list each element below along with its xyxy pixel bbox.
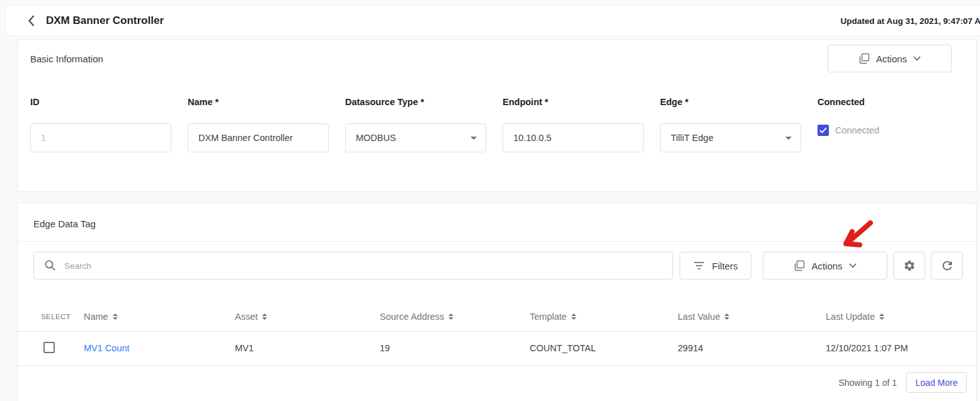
row-last-value: 29914 xyxy=(678,343,826,353)
connected-checkbox-row: Connected xyxy=(818,125,879,136)
connected-checkbox[interactable] xyxy=(818,125,829,136)
red-annotation-arrow xyxy=(838,218,877,254)
sort-icon xyxy=(113,313,118,320)
gear-icon xyxy=(903,259,916,272)
load-more-button[interactable]: Load More xyxy=(906,372,967,393)
table-settings-button[interactable] xyxy=(893,252,925,280)
basic-information-title: Basic Information xyxy=(30,54,103,64)
search-input[interactable] xyxy=(63,252,673,280)
column-header-template[interactable]: Template xyxy=(530,312,678,322)
edge-select[interactable]: TilliT Edge xyxy=(660,123,801,152)
sort-icon xyxy=(262,313,267,320)
datasource-type-select[interactable]: MODBUS xyxy=(345,123,486,152)
table-row: MV1 Count MV1 19 COUNT_TOTAL 29914 12/10… xyxy=(18,331,976,365)
sort-icon xyxy=(571,313,576,320)
edge-label: Edge * xyxy=(660,97,688,107)
copy-icon xyxy=(794,260,805,271)
sort-icon xyxy=(448,313,453,320)
row-source-address: 19 xyxy=(380,343,530,353)
id-field[interactable] xyxy=(30,123,171,152)
endpoint-label: Endpoint * xyxy=(503,97,549,107)
chevron-down-icon xyxy=(849,263,857,268)
showing-count-text: Showing 1 of 1 xyxy=(838,378,897,388)
checkmark-icon xyxy=(819,127,827,133)
table-actions-button[interactable]: Actions xyxy=(763,252,887,280)
edge-data-tag-title: Edge Data Tag xyxy=(33,218,96,229)
row-name-link[interactable]: MV1 Count xyxy=(84,343,235,353)
connected-checkbox-label: Connected xyxy=(835,125,879,135)
table-header-row: SELECT Name Asset Source Address Templat… xyxy=(18,302,976,331)
id-field-label-wrap: ID xyxy=(30,97,40,107)
name-label: Name * xyxy=(188,97,219,107)
row-asset: MV1 xyxy=(235,343,380,353)
edge-value: TilliT Edge xyxy=(671,133,714,143)
column-header-name[interactable]: Name xyxy=(84,312,235,322)
basic-information-card: Basic Information Actions ID Name * Data… xyxy=(17,39,977,192)
column-header-asset[interactable]: Asset xyxy=(235,312,380,322)
table-actions-button-label: Actions xyxy=(811,261,842,271)
row-last-update: 12/10/2021 1:07 PM xyxy=(826,343,976,353)
datasource-type-label: Datasource Type * xyxy=(345,97,424,107)
updated-at-text: Updated at Aug 31, 2021, 9:47:07 A xyxy=(840,16,980,26)
sort-icon xyxy=(724,313,729,320)
edge-data-tag-card: Edge Data Tag Filters Actions xyxy=(17,203,977,401)
chevron-down-icon xyxy=(913,56,921,61)
page-title: DXM Banner Controller xyxy=(46,14,164,27)
refresh-icon xyxy=(940,259,954,273)
sort-icon xyxy=(879,313,884,320)
row-select-checkbox[interactable] xyxy=(43,342,55,353)
datasource-type-label-wrap: Datasource Type * xyxy=(345,97,424,107)
filter-list-icon xyxy=(693,261,705,270)
chevron-left-icon xyxy=(28,15,35,26)
id-label: ID xyxy=(30,97,40,107)
connected-label-wrap: Connected xyxy=(818,97,865,107)
endpoint-label-wrap: Endpoint * xyxy=(503,97,549,107)
filters-button[interactable]: Filters xyxy=(680,252,751,280)
name-field[interactable] xyxy=(188,123,329,152)
connected-label: Connected xyxy=(818,97,865,107)
datasource-type-value: MODBUS xyxy=(356,133,396,143)
edge-label-wrap: Edge * xyxy=(660,97,688,107)
copy-icon xyxy=(858,53,870,64)
divider xyxy=(18,365,976,366)
search-box xyxy=(33,252,673,280)
dropdown-caret-icon xyxy=(470,137,477,140)
search-icon xyxy=(44,259,57,272)
name-field-label-wrap: Name * xyxy=(188,97,219,107)
endpoint-field[interactable] xyxy=(503,123,644,152)
filters-button-label: Filters xyxy=(712,261,738,271)
column-header-last-value[interactable]: Last Value xyxy=(678,312,826,322)
row-template: COUNT_TOTAL xyxy=(530,343,678,353)
table-refresh-button[interactable] xyxy=(931,252,963,280)
page-header: DXM Banner Controller Updated at Aug 31,… xyxy=(5,5,980,37)
column-header-select: SELECT xyxy=(41,313,84,320)
column-header-source-address[interactable]: Source Address xyxy=(380,312,530,322)
table-footer: Showing 1 of 1 Load More xyxy=(838,372,967,393)
actions-button-label: Actions xyxy=(876,54,907,64)
back-button[interactable] xyxy=(25,14,38,28)
column-header-last-update[interactable]: Last Update xyxy=(826,312,976,322)
divider xyxy=(18,241,976,242)
dropdown-caret-icon xyxy=(785,137,792,140)
basic-info-actions-button[interactable]: Actions xyxy=(828,45,952,72)
